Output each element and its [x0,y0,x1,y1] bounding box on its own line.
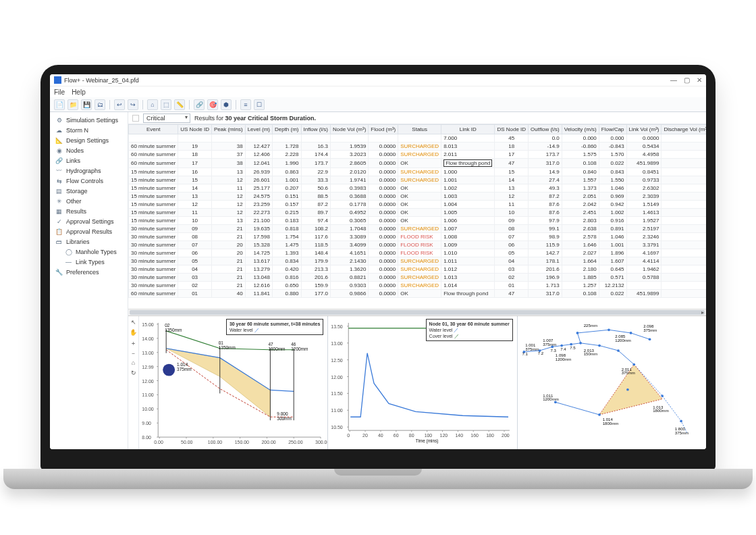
table-row[interactable]: 15 minute summer141125.1770.20750.60.398… [129,184,707,193]
long-section-panel[interactable]: 30 year 60 minute summer, t=38 minutes W… [139,316,328,449]
table-row[interactable]: 15 minute summer101321.1000.18397.40.306… [129,217,707,225]
toolbar-target-icon[interactable]: 🎯 [207,99,218,110]
table-row[interactable]: 30 minute summer072015.3281.475118.53.40… [129,241,707,249]
table-row[interactable]: 7.000450.00.0000.0000.0000 [129,134,707,143]
table-row[interactable]: 30 minute summer062014.7251.393148.44.16… [129,249,707,257]
column-header[interactable]: Discharge Vol (m³) [662,125,706,134]
sidebar-item-link-types[interactable]: —Link Types [50,257,128,267]
svg-text:1.014: 1.014 [177,362,188,367]
table-row[interactable]: 15 minute summer111222.2730.21589.70.495… [129,209,707,217]
toolbar-list-icon[interactable]: ≡ [240,99,251,110]
sidebar-item-approval-settings[interactable]: ✓Approval Settings [50,216,128,226]
svg-text:1350mm: 1350mm [219,345,236,350]
table-row[interactable]: 15 minute summer131224.5750.15188.50.368… [129,193,707,201]
column-header[interactable]: Inflow (l/s) [301,125,330,134]
vtool-refresh-icon[interactable]: ↻ [130,370,138,378]
table-row[interactable]: 60 minute summer183712.4062.228174.43.20… [129,151,707,159]
sidebar-item-design-settings[interactable]: 📐Design Settings [50,135,128,145]
column-header[interactable]: Velocity (m/s) [562,125,599,134]
table-row[interactable]: 30 minute summer042113.2790.420213.31.36… [129,265,707,274]
sidebar-icon: 〰 [55,167,63,174]
sidebar-item-label: Nodes [66,147,84,154]
table-row[interactable]: 30 minute summer092119.6350.818108.21.70… [129,225,707,233]
vtool-cursor-icon[interactable]: ↖ [130,319,138,327]
sidebar-item-manhole-types[interactable]: ◯Manhole Types [50,247,128,257]
vtool-zoomin-icon[interactable]: ＋ [130,339,138,347]
maximize-button[interactable]: ▢ [684,76,690,84]
svg-point-102 [576,332,578,334]
sidebar-item-libraries[interactable]: 🗃Libraries [50,236,128,247]
svg-point-96 [560,345,563,347]
column-header[interactable]: DS Node ID [495,125,529,134]
column-header[interactable]: Link ID [441,125,495,134]
toolbar-3d-icon[interactable]: ⬢ [221,99,232,110]
sidebar-item-approval-results[interactable]: 📋Approval Results [50,226,128,236]
sidebar-item-storm-n[interactable]: ☁Storm N [50,125,128,135]
svg-text:12.50: 12.50 [331,358,344,363]
column-header[interactable]: Node Vol (m³) [330,125,368,134]
close-button[interactable]: ✕ [697,76,702,84]
toolbar-home-icon[interactable]: ⌂ [147,99,158,110]
hydrograph-panel[interactable]: Node 01, 30 year 60 minute summer Water … [328,316,517,449]
sidebar-item-preferences[interactable]: 🔧Preferences [50,267,128,277]
toolbar-save-icon[interactable]: 💾 [81,99,92,110]
scroll-thumb[interactable] [130,310,705,315]
toolbar-new-icon[interactable]: 📄 [54,99,65,110]
filter-grid-icon[interactable] [132,115,139,122]
toolbar-select-icon[interactable]: ⬚ [161,99,171,110]
table-row[interactable]: 30 minute summer022112.6160.650159.90.93… [129,282,707,290]
minimize-button[interactable]: — [670,76,677,84]
column-header[interactable]: Peak (mins) [211,125,245,134]
column-header[interactable]: Event [129,125,178,134]
sidebar-item-links[interactable]: 🔗Links [50,155,128,165]
scroll-right-icon[interactable]: ▸ [699,309,706,316]
results-table-wrap[interactable]: EventUS Node IDPeak (mins)Level (m)Depth… [128,124,706,309]
toolbar-rect-icon[interactable]: ☐ [254,99,265,110]
results-filter-bar: Critical Results for 30 year Critical St… [128,112,706,124]
svg-text:160: 160 [471,433,479,438]
horizontal-scrollbar[interactable]: ◂ ▸ [128,309,706,315]
toolbar-saveas-icon[interactable]: 🗂 [94,99,105,110]
column-header[interactable]: Level (m) [245,125,272,134]
toolbar-measure-icon[interactable]: 📏 [174,99,185,110]
column-header[interactable]: Depth (m) [272,125,301,134]
svg-text:140: 140 [456,433,464,438]
vtool-zoomout-icon[interactable]: － [130,349,138,357]
column-header[interactable]: Link Vol (m³) [626,125,662,134]
column-header[interactable]: Status [398,125,441,134]
sidebar-item-nodes[interactable]: ◉Nodes [50,145,128,155]
table-row[interactable]: 60 minute summer193812.4271.72816.31.953… [129,143,707,151]
sidebar-item-simulation-settings[interactable]: ⚙Simulation Settings [50,115,128,125]
column-header[interactable]: US Node ID [178,125,212,134]
table-row[interactable]: 15 minute summer121223.2590.15787.20.177… [129,201,707,209]
sidebar-item-storage[interactable]: ▤Storage [50,186,128,196]
sidebar-item-label: Storage [66,188,88,195]
toolbar-open-icon[interactable]: 📁 [68,99,78,110]
table-row[interactable]: 30 minute summer032113.0480.816201.60.88… [129,274,707,282]
column-header[interactable]: Flow/Cap [599,125,626,134]
menu-file[interactable]: File [54,88,65,96]
table-row[interactable]: 30 minute summer052113.6170.834179.92.14… [129,257,707,265]
svg-text:60: 60 [394,433,399,438]
sidebar-item-flow-controls[interactable]: ⇆Flow Controls [50,176,128,186]
sidebar-item-label: Flow Controls [66,178,103,184]
table-row[interactable]: 30 minute summer082117.5981.754117.63.30… [129,233,707,241]
toolbar-link-icon[interactable]: 🔗 [194,99,205,110]
sidebar-item-hydrographs[interactable]: 〰Hydrographs [50,165,128,176]
table-row[interactable]: 15 minute summer151226.6011.00133.31.974… [129,176,707,184]
vtool-pan-icon[interactable]: ✋ [130,329,138,337]
sidebar-item-results[interactable]: ▦Results [50,206,128,216]
column-header[interactable]: Outflow (l/s) [529,125,562,134]
table-row[interactable]: 15 minute summer161326.9390.86322.92.012… [129,168,707,176]
vtool-home-icon[interactable]: ⌂ [130,359,138,367]
sidebar-item-other[interactable]: ✳Other [50,196,128,206]
plan-view-panel[interactable]: 225mm 2.098375mm 2.0851200mm 1.001375mm … [518,316,706,449]
column-header[interactable]: Flood (m³) [369,125,398,134]
svg-text:02: 02 [165,323,170,328]
table-row[interactable]: 60 minute summer173812.0411.990173.72.86… [129,159,707,168]
toolbar-redo-icon[interactable]: ↪ [128,99,138,110]
toolbar-undo-icon[interactable]: ↩ [114,99,125,110]
menu-help[interactable]: Help [72,88,86,96]
table-row[interactable]: 60 minute summer014011.8410.880177.00.98… [129,290,707,298]
filter-dropdown[interactable]: Critical [143,113,190,123]
